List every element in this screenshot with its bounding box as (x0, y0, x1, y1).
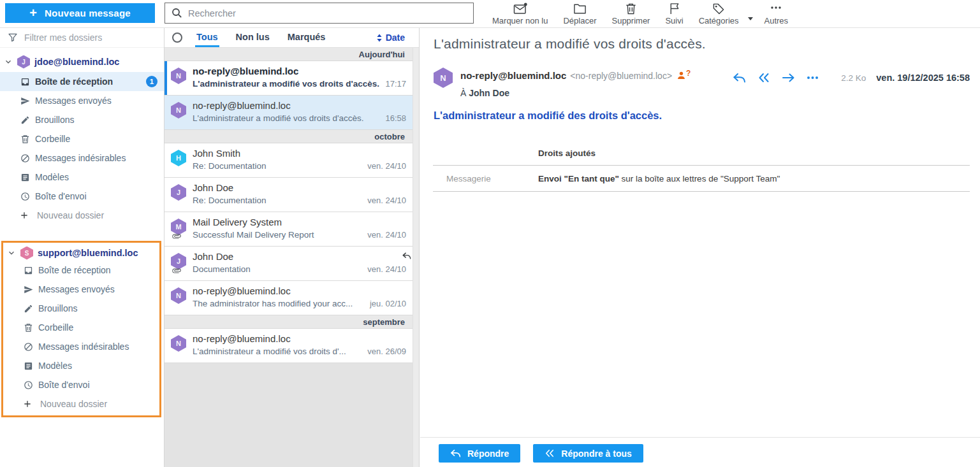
search-input[interactable] (188, 8, 467, 18)
message-row[interactable]: J John Doe Re: Documentation ven. 24/10 (165, 178, 419, 212)
new-message-button[interactable]: + Nouveau message (5, 3, 155, 23)
trash-icon (625, 3, 637, 15)
sidebar-item-label: Corbeille (35, 134, 70, 144)
trash-icon (20, 134, 30, 144)
account-header-support[interactable]: S support@bluemind.loc (3, 245, 159, 261)
avatar: H (171, 150, 186, 166)
categories-dropdown-caret[interactable] (748, 17, 753, 20)
sidebar-item-templates-support[interactable]: Modèles (3, 356, 159, 375)
search-icon (172, 8, 182, 18)
paperclip-icon (172, 232, 181, 241)
categories-label: Catégories (699, 16, 739, 25)
reply-icon[interactable] (727, 70, 752, 85)
flag-icon (668, 3, 680, 15)
new-folder-button-support[interactable]: Nouveau dossier (3, 394, 159, 413)
message-sender: no-reply@bluemind.loc (193, 285, 406, 296)
plus-icon: + (29, 6, 37, 19)
select-all-checkbox[interactable] (172, 32, 182, 43)
sender-name: no-reply@bluemind.loc (460, 70, 566, 81)
sidebar-item-junk[interactable]: Messages indésirables (0, 148, 164, 168)
tab-all[interactable]: Tous (195, 28, 219, 47)
message-subject-title: L'administrateur a modifié vos droits d'… (434, 36, 706, 52)
sidebar-item-inbox-support[interactable]: Boîte de réception (3, 261, 159, 280)
new-folder-label: Nouveau dossier (37, 210, 104, 220)
sidebar-item-sent[interactable]: Messages envoyés (0, 91, 164, 110)
delete-label: Supprimer (611, 16, 650, 25)
reply-button[interactable]: Répondre (439, 444, 520, 463)
to-prefix: À (460, 88, 466, 98)
sidebar-item-sent-support[interactable]: Messages envoyés (3, 280, 159, 299)
reply-button-label: Répondre (467, 449, 509, 459)
blocked-icon (20, 154, 30, 163)
tab-flagged[interactable]: Marqués (286, 28, 327, 47)
sidebar-item-drafts[interactable]: Brouillons (0, 110, 164, 129)
to-name: John Doe (469, 88, 509, 98)
avatar: N (171, 102, 186, 119)
reply-all-icon[interactable] (752, 70, 776, 85)
sidebar-item-trash-support[interactable]: Corbeille (3, 318, 159, 337)
more-icon (770, 3, 782, 15)
message-row[interactable]: N no-reply@bluemind.loc L'administrateur… (165, 61, 419, 96)
message-subject: Re: Documentation (193, 196, 267, 205)
categories-button[interactable]: Catégories (691, 1, 747, 27)
sidebar-item-trash[interactable]: Corbeille (0, 129, 164, 148)
folder-icon (573, 3, 587, 15)
message-row[interactable]: N no-reply@bluemind.loc L'administrateur… (165, 329, 419, 363)
trash-icon (24, 323, 33, 333)
reply-all-button[interactable]: Répondre à tous (533, 444, 643, 463)
folder-filter[interactable] (0, 28, 164, 48)
message-sender: John Doe (193, 182, 406, 193)
message-time: 17:17 (380, 79, 406, 89)
message-sender: John Doe (193, 251, 406, 262)
move-button[interactable]: Déplacer (555, 1, 604, 27)
more-actions-button[interactable]: Autres (757, 1, 796, 27)
sidebar-item-outbox[interactable]: Boîte d'envoi (0, 187, 164, 206)
pencil-icon (24, 304, 33, 313)
chevron-down-icon[interactable] (7, 248, 16, 257)
message-row[interactable]: H John Smith Re: Documentation ven. 24/1… (165, 143, 419, 178)
message-date: ven. 19/12/2025 16:58 (876, 73, 970, 83)
sidebar-item-junk-support[interactable]: Messages indésirables (3, 337, 159, 356)
message-list-scrollbar[interactable] (413, 48, 419, 467)
plus-icon (22, 399, 33, 409)
flag-button[interactable]: Suivi (657, 1, 691, 27)
new-folder-button[interactable]: Nouveau dossier (0, 206, 164, 225)
rights-table: Droits ajoutés Messagerie Envoi "En tant… (433, 143, 970, 192)
message-row[interactable]: N no-reply@bluemind.loc The administrato… (165, 281, 419, 315)
message-row[interactable]: J John Doe Documentation ven. 24/10 (165, 247, 419, 281)
tab-unread[interactable]: Non lus (235, 28, 271, 47)
message-toolbar: Marquer non lu Déplacer Supprimer Suivi … (485, 0, 796, 28)
document-icon (20, 173, 30, 182)
sidebar-item-templates[interactable]: Modèles (0, 168, 164, 187)
message-row[interactable]: N no-reply@bluemind.loc L'administrateur… (165, 96, 419, 130)
search-bar[interactable] (165, 3, 474, 24)
rights-value-bold: Envoi "En tant que" (538, 174, 619, 183)
mark-unread-button[interactable]: Marquer non lu (485, 1, 555, 27)
account-header-jdoe[interactable]: J jdoe@bluemind.loc (0, 54, 164, 69)
plus-icon (19, 210, 29, 220)
recipient-line: À John Doe (460, 88, 509, 98)
message-time: ven. 24/10 (362, 161, 406, 171)
message-row[interactable]: M Mail Delivery System Successful Mail D… (165, 212, 419, 247)
chevron-down-icon[interactable] (4, 57, 13, 66)
reading-pane: L'administrateur a modifié vos droits d'… (420, 28, 980, 467)
sidebar-item-drafts-support[interactable]: Brouillons (3, 299, 159, 318)
unknown-contact-icon[interactable]: ? (677, 71, 691, 80)
message-time: 16:58 (380, 113, 406, 123)
sidebar-item-inbox[interactable]: Boîte de réception 1 (0, 72, 164, 91)
forward-icon[interactable] (776, 70, 801, 85)
sort-by-date-control[interactable]: Date (376, 28, 419, 47)
avatar: N (171, 335, 186, 352)
sidebar-item-label: Corbeille (38, 322, 73, 333)
clock-icon (24, 380, 33, 390)
sidebar-item-outbox-support[interactable]: Boîte d'envoi (3, 375, 159, 394)
sidebar-item-label: Boîte de réception (38, 265, 111, 275)
folder-filter-input[interactable] (24, 32, 156, 43)
more-options-icon[interactable] (801, 73, 824, 82)
avatar: S (20, 247, 33, 260)
rights-value-rest: sur la boîte aux lettres de "Support Tea… (619, 174, 780, 183)
mail-unread-icon (513, 3, 527, 15)
delete-button[interactable]: Supprimer (604, 1, 657, 27)
account-email: jdoe@bluemind.loc (34, 57, 119, 67)
group-header-october: octobre (165, 130, 419, 143)
